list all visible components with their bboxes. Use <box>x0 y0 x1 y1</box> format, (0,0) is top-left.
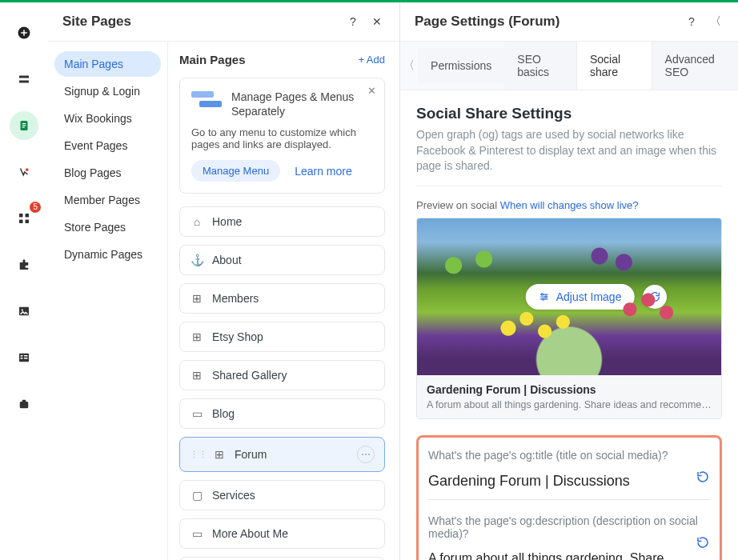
sliders-icon <box>539 291 550 302</box>
page-label: Shared Gallery <box>212 369 375 382</box>
settings-back-icon[interactable]: 〈 <box>708 14 724 29</box>
page-label: Etsy Shop <box>212 330 375 343</box>
og-desc-label: What's the page's og:description (descri… <box>428 514 710 540</box>
og-title-label: What's the page's og:title (title on soc… <box>428 449 710 462</box>
tab-seo-basics[interactable]: SEO basics <box>504 42 576 90</box>
content-manager-icon[interactable] <box>10 343 38 372</box>
page-item-services[interactable]: ▢Services <box>179 480 385 510</box>
page-item-shared-gallery[interactable]: ⊞Shared Gallery <box>179 360 385 390</box>
adjust-image-button[interactable]: Adjust Image <box>526 284 635 310</box>
tab-social-share[interactable]: Social share <box>576 42 652 90</box>
page-settings-panel: Page Settings (Forum) ? 〈 〈 Permissions … <box>400 2 738 560</box>
svg-point-24 <box>541 294 543 295</box>
page-type-icon: ⊞ <box>212 448 227 461</box>
business-icon[interactable]: A <box>10 390 38 418</box>
page-label: Services <box>212 489 375 502</box>
og-desc-reset-icon[interactable] <box>696 535 710 552</box>
preview-desc: A forum about all things gardening. Shar… <box>427 399 712 410</box>
help-icon[interactable]: ? <box>345 15 361 28</box>
page-type-icon: ⚓ <box>190 254 204 266</box>
og-desc-input[interactable]: A forum about all things gardening. Shar… <box>428 546 710 560</box>
page-label: Forum <box>235 448 349 461</box>
cat-dynamic-pages[interactable]: Dynamic Pages <box>54 242 161 267</box>
tabs-prev-icon[interactable]: 〈 <box>400 58 418 73</box>
page-type-icon: ⊞ <box>190 292 204 305</box>
svg-rect-2 <box>19 81 29 83</box>
cat-signup-login[interactable]: Signup & Login <box>54 78 161 104</box>
svg-rect-16 <box>24 355 28 357</box>
svg-rect-23 <box>199 101 222 107</box>
page-more-icon[interactable]: ⋯ <box>357 446 375 463</box>
svg-rect-9 <box>26 214 30 218</box>
settings-help-icon[interactable]: ? <box>684 15 700 28</box>
page-item-feed[interactable]: ᛉFeed <box>179 557 385 560</box>
page-type-icon: ▭ <box>190 527 204 540</box>
preview-changes-link[interactable]: When will changes show live? <box>500 199 639 211</box>
page-item-members[interactable]: ⊞Members <box>179 283 385 314</box>
add-icon[interactable] <box>10 18 38 47</box>
svg-rect-11 <box>26 220 30 224</box>
preview-label: Preview on social When will changes show… <box>416 199 722 211</box>
page-item-forum[interactable]: ⋮⋮⊞Forum⋯ <box>179 437 385 472</box>
page-label: More About Me <box>212 527 375 540</box>
page-label: Blog <box>212 407 375 420</box>
svg-point-25 <box>545 296 547 298</box>
svg-rect-17 <box>21 358 23 359</box>
svg-rect-22 <box>191 91 214 98</box>
cat-wix-bookings[interactable]: Wix Bookings <box>54 106 161 131</box>
card-close-icon[interactable]: ✕ <box>367 85 376 97</box>
panel-title: Site Pages <box>62 14 337 30</box>
page-type-icon: ▭ <box>190 407 204 420</box>
svg-rect-15 <box>21 355 23 357</box>
close-icon[interactable]: ✕ <box>369 15 385 28</box>
pages-icon[interactable] <box>10 111 38 140</box>
svg-rect-5 <box>22 125 26 126</box>
editor-left-rail: 5 A <box>0 2 48 560</box>
cat-blog-pages[interactable]: Blog Pages <box>54 160 161 186</box>
page-label: Home <box>212 215 375 228</box>
page-type-icon: ⌂ <box>190 215 204 228</box>
page-type-icon: ⊞ <box>190 330 204 343</box>
svg-rect-1 <box>19 76 29 78</box>
page-item-more-about-me[interactable]: ▭More About Me <box>179 518 385 549</box>
apps-icon[interactable]: 5 <box>10 204 38 233</box>
pages-heading: Main Pages <box>179 53 358 66</box>
page-type-icon: ⊞ <box>190 369 204 382</box>
cat-member-pages[interactable]: Member Pages <box>54 187 161 213</box>
page-label: Members <box>212 292 375 305</box>
page-item-home[interactable]: ⌂Home <box>179 206 385 237</box>
site-pages-panel: Site Pages ? ✕ Main Pages Signup & Login… <box>48 2 400 560</box>
og-title-reset-icon[interactable] <box>696 470 710 486</box>
social-preview-card: Adjust Image Gardening Forum | Discussio… <box>416 218 722 419</box>
page-item-blog[interactable]: ▭Blog <box>179 398 385 429</box>
media-icon[interactable] <box>10 297 38 326</box>
add-page-link[interactable]: + Add <box>358 54 385 66</box>
learn-more-link[interactable]: Learn more <box>295 165 352 178</box>
design-icon[interactable] <box>10 158 38 186</box>
cat-store-pages[interactable]: Store Pages <box>54 214 161 240</box>
cat-main-pages[interactable]: Main Pages <box>54 51 161 77</box>
manage-menu-button[interactable]: Manage Menu <box>191 160 280 182</box>
settings-tabs: 〈 Permissions SEO basics Social share Ad… <box>400 41 738 90</box>
card-desc: Go to any menu to customize which pages … <box>191 126 373 150</box>
pages-list: ⌂Home⚓About⊞Members⊞Etsy Shop⊞Shared Gal… <box>179 206 385 560</box>
og-title-input[interactable]: Gardening Forum | Discussions <box>428 468 710 500</box>
svg-text:A: A <box>22 402 26 407</box>
svg-rect-4 <box>22 123 26 124</box>
category-list: Main Pages Signup & Login Wix Bookings E… <box>48 42 168 560</box>
drag-handle-icon[interactable]: ⋮⋮ <box>190 450 207 460</box>
cat-event-pages[interactable]: Event Pages <box>54 133 161 158</box>
section-desc: Open graph (og) tags are used by social … <box>416 127 722 186</box>
addons-icon[interactable] <box>10 250 38 279</box>
svg-point-7 <box>26 168 29 171</box>
svg-point-13 <box>22 309 23 310</box>
page-item-about[interactable]: ⚓About <box>179 245 385 275</box>
refresh-image-button[interactable] <box>643 285 667 309</box>
section-icon[interactable] <box>10 65 38 94</box>
svg-rect-6 <box>22 127 25 128</box>
page-type-icon: ▢ <box>190 489 204 502</box>
svg-rect-18 <box>24 358 28 359</box>
tab-advanced-seo[interactable]: Advanced SEO <box>652 42 738 90</box>
tab-permissions[interactable]: Permissions <box>418 48 504 83</box>
page-item-etsy-shop[interactable]: ⊞Etsy Shop <box>179 322 385 352</box>
